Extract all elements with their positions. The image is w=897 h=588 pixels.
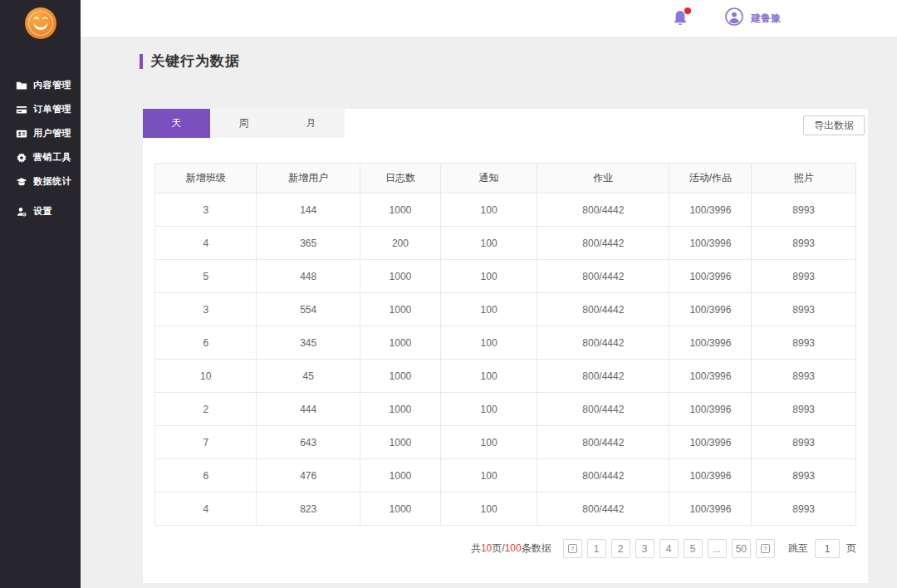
user-settings-icon xyxy=(15,205,27,218)
page-jump: 跳至 页 xyxy=(788,539,856,558)
tab-group: 天周月 xyxy=(143,109,345,138)
table-cell: 100/3996 xyxy=(669,260,752,293)
notification-bell-icon[interactable] xyxy=(672,9,690,27)
table-cell: 6 xyxy=(155,459,257,492)
main-content: 关键行为数据 天周月 导出数据 新增班级新增用户日志数通知作业活动/作品照片 3… xyxy=(81,37,897,588)
topbar: 建鲁豫 xyxy=(81,0,897,37)
export-data-button[interactable]: 导出数据 xyxy=(803,115,865,135)
table-cell: 8993 xyxy=(752,360,856,393)
table-cell: 800/4442 xyxy=(537,492,669,526)
table-cell: 100 xyxy=(440,393,537,426)
sidebar: 内容管理订单管理用户管理营销工具数据统计设置 xyxy=(0,0,81,588)
table-cell: 100/3996 xyxy=(669,459,752,492)
table-row: 24441000100800/4442100/39968993 xyxy=(155,393,856,426)
sidebar-item-orders[interactable]: 订单管理 xyxy=(0,97,81,121)
column-header: 活动/作品 xyxy=(669,164,752,194)
table-cell: 643 xyxy=(257,426,360,459)
table-cell: 8993 xyxy=(752,426,856,459)
table-cell: 1000 xyxy=(360,260,440,293)
page-button-1[interactable]: 1 xyxy=(587,539,606,558)
pagination-count: 10 xyxy=(481,542,492,554)
table-row: 63451000100800/4442100/39968993 xyxy=(155,326,856,360)
table-cell: 7 xyxy=(155,426,257,459)
table-cell: 8993 xyxy=(752,459,856,492)
sidebar-item-label: 设置 xyxy=(33,205,52,218)
table-cell: 8993 xyxy=(752,194,856,227)
table-cell: 554 xyxy=(257,293,360,326)
table-cell: 100/3996 xyxy=(669,326,752,360)
table-cell: 100 xyxy=(440,459,537,492)
sidebar-item-marketing[interactable]: 营销工具 xyxy=(0,145,81,169)
table-cell: 100 xyxy=(440,227,537,260)
table-cell: 100/3996 xyxy=(669,492,752,526)
smiley-logo[interactable] xyxy=(24,7,57,40)
table-cell: 823 xyxy=(257,492,360,526)
table-cell: 476 xyxy=(257,459,360,492)
table-cell: 2 xyxy=(155,393,257,426)
sidebar-item-settings[interactable]: 设置 xyxy=(0,199,81,223)
page-jump-input[interactable] xyxy=(815,539,840,558)
table-row: 76431000100800/4442100/39968993 xyxy=(155,426,856,459)
table-cell: 1000 xyxy=(360,393,440,426)
folder-icon xyxy=(15,79,27,91)
tab-week[interactable]: 周 xyxy=(210,109,277,138)
contact-card-icon xyxy=(15,127,27,140)
sidebar-item-label: 订单管理 xyxy=(33,103,71,115)
page-button-5[interactable]: 5 xyxy=(684,539,703,558)
notification-dot xyxy=(684,7,691,14)
table-cell: 100/3996 xyxy=(669,227,752,260)
table-cell: 100/3996 xyxy=(669,360,752,393)
table-cell: 800/4442 xyxy=(537,260,669,293)
page-button-4[interactable]: 4 xyxy=(659,539,679,558)
table-cell: 144 xyxy=(257,194,360,227)
table-cell: 200 xyxy=(360,227,440,260)
table-cell: 100/3996 xyxy=(669,393,752,426)
table-row: 48231000100800/4442100/39968993 xyxy=(155,492,856,526)
next-page-button[interactable]: ? xyxy=(756,539,775,558)
column-header: 日志数 xyxy=(360,164,440,194)
pagination-summary: 共10页/100条数据 xyxy=(471,541,551,556)
tab-month[interactable]: 月 xyxy=(277,109,345,138)
table-row: 10451000100800/4442100/39968993 xyxy=(155,360,856,393)
table-header-row: 新增班级新增用户日志数通知作业活动/作品照片 xyxy=(155,164,856,194)
sidebar-menu: 内容管理订单管理用户管理营销工具数据统计设置 xyxy=(0,73,81,223)
page-button-3[interactable]: 3 xyxy=(635,539,654,558)
table-row: 54481000100800/4442100/39968993 xyxy=(155,260,856,293)
prev-page-button[interactable]: ? xyxy=(563,539,582,558)
page-ellipsis-button[interactable]: ... xyxy=(708,539,727,558)
table-cell: 100/3996 xyxy=(669,194,752,227)
page-button-50[interactable]: 50 xyxy=(732,539,751,558)
table-cell: 8993 xyxy=(752,293,856,326)
table-wrap: 新增班级新增用户日志数通知作业活动/作品照片 31441000100800/44… xyxy=(143,138,868,558)
title-accent-bar xyxy=(140,54,143,69)
sidebar-item-stats[interactable]: 数据统计 xyxy=(0,169,81,194)
table-cell: 8993 xyxy=(752,326,856,360)
table-cell: 8993 xyxy=(752,393,856,426)
table-cell: 6 xyxy=(155,326,257,360)
sidebar-item-users[interactable]: 用户管理 xyxy=(0,121,81,145)
column-header: 照片 xyxy=(752,164,856,194)
content-card: 天周月 导出数据 新增班级新增用户日志数通知作业活动/作品照片 31441000… xyxy=(143,109,868,583)
user-avatar-icon xyxy=(725,7,751,29)
sidebar-item-content[interactable]: 内容管理 xyxy=(0,73,81,97)
user-menu[interactable]: 建鲁豫 xyxy=(725,7,781,29)
table-cell: 800/4442 xyxy=(537,459,669,492)
page-button-2[interactable]: 2 xyxy=(611,539,630,558)
table-row: 4365200100800/4442100/39968993 xyxy=(155,227,856,260)
table-cell: 800/4442 xyxy=(537,393,669,426)
gear-icon xyxy=(15,151,27,164)
sidebar-item-label: 营销工具 xyxy=(33,151,71,164)
tab-day[interactable]: 天 xyxy=(143,109,210,138)
table-cell: 5 xyxy=(155,260,257,293)
username: 建鲁豫 xyxy=(751,12,781,26)
pagination-text: 页/ xyxy=(492,542,504,554)
table-cell: 4 xyxy=(155,492,257,526)
table-row: 35541000100800/4442100/39968993 xyxy=(155,293,856,326)
page-title-row: 关键行为数据 xyxy=(140,51,240,71)
table-cell: 1000 xyxy=(360,293,440,326)
table-row: 31441000100800/4442100/39968993 xyxy=(155,194,856,227)
table-cell: 100/3996 xyxy=(669,293,752,326)
column-header: 通知 xyxy=(440,164,537,194)
page-title: 关键行为数据 xyxy=(150,51,240,71)
table-cell: 100 xyxy=(440,194,537,227)
